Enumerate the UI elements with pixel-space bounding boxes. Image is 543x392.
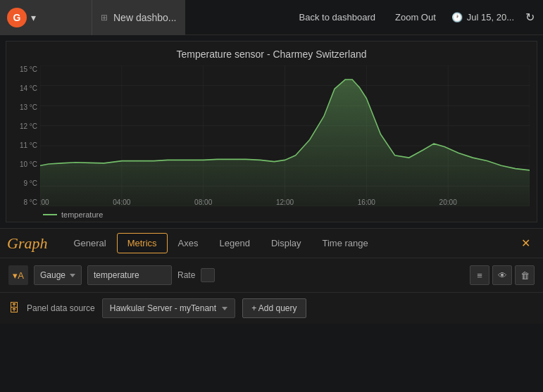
- y-label-14: 14 °C: [13, 84, 37, 92]
- clock-icon: 🕐: [451, 12, 463, 23]
- y-label-9: 9 °C: [13, 179, 37, 187]
- add-query-button[interactable]: + Add query: [242, 298, 306, 318]
- logo-icon: G: [7, 8, 27, 27]
- tab-time-range[interactable]: Time range: [312, 233, 379, 253]
- graph-editor-panel: Graph General Metrics Axes Legend Displa…: [0, 228, 543, 324]
- tab-general[interactable]: General: [63, 233, 116, 253]
- y-label-12: 12 °C: [13, 122, 37, 130]
- eye-icon[interactable]: 👁: [492, 265, 512, 285]
- datasource-dropdown[interactable]: Hawkular Server - myTenant: [102, 298, 235, 318]
- time-display: 🕐 Jul 15, 20...: [451, 12, 514, 23]
- svg-text:00:00: 00:00: [40, 197, 49, 206]
- panel-title: Graph: [7, 234, 47, 253]
- chart-svg: 00:00 04:00 08:00 12:00 16:00 20:00: [40, 65, 530, 206]
- action-icons: ≡ 👁 🗑: [470, 265, 535, 285]
- y-label-10: 10 °C: [13, 160, 37, 168]
- add-query-label: + Add query: [251, 303, 297, 313]
- svg-text:12:00: 12:00: [276, 197, 294, 206]
- y-label-13: 13 °C: [13, 103, 37, 111]
- tab-axes[interactable]: Axes: [168, 233, 209, 253]
- database-icon: 🗄: [8, 302, 20, 315]
- topbar-actions: Back to dashboard Zoom Out 🕐 Jul 15, 20.…: [295, 9, 543, 25]
- dashboard-grid-icon: ⊞: [101, 13, 108, 23]
- back-to-dashboard-button[interactable]: Back to dashboard: [295, 9, 380, 25]
- datasource-name: Hawkular Server - myTenant: [110, 303, 216, 313]
- svg-text:04:00: 04:00: [113, 197, 130, 206]
- y-axis: 15 °C 14 °C 13 °C 12 °C 11 °C 10 °C 9 °C…: [13, 65, 40, 206]
- delete-icon[interactable]: 🗑: [515, 265, 535, 285]
- metric-name-input[interactable]: [87, 265, 172, 285]
- gauge-label: Gauge: [40, 270, 65, 280]
- datasource-row: 🗄 Panel data source Hawkular Server - my…: [0, 292, 543, 324]
- y-label-15: 15 °C: [13, 65, 37, 73]
- close-button[interactable]: ✕: [516, 234, 536, 253]
- rate-label: Rate: [177, 270, 195, 280]
- dashboard-title: ⊞ New dashbo...: [92, 0, 185, 35]
- datasource-dropdown-icon: [222, 307, 227, 310]
- chart-title: Temperature sensor - Charmey Switzerland: [13, 49, 530, 60]
- topbar: G ▾ ⊞ New dashbo... Back to dashboard Zo…: [0, 0, 543, 35]
- collapse-triangle: ▾: [13, 270, 18, 281]
- refresh-button[interactable]: ↻: [525, 11, 535, 24]
- app-logo[interactable]: G ▾: [0, 0, 92, 35]
- time-text: Jul 15, 20...: [467, 12, 514, 23]
- metric-letter-label: A: [18, 270, 24, 281]
- format-icon[interactable]: ≡: [470, 265, 489, 285]
- tab-legend[interactable]: Legend: [209, 233, 261, 253]
- chart-plot: 00:00 04:00 08:00 12:00 16:00 20:00: [40, 65, 530, 206]
- dropdown-caret-icon: ▾: [31, 12, 36, 23]
- chart-container: 15 °C 14 °C 13 °C 12 °C 11 °C 10 °C 9 °C…: [13, 65, 530, 206]
- rate-checkbox[interactable]: [201, 268, 215, 282]
- tab-bar: General Metrics Axes Legend Display Time…: [63, 233, 378, 253]
- gauge-dropdown[interactable]: Gauge: [34, 265, 82, 285]
- svg-text:20:00: 20:00: [439, 197, 457, 206]
- panel-header: Graph General Metrics Axes Legend Displa…: [0, 229, 543, 258]
- svg-text:16:00: 16:00: [358, 197, 375, 206]
- y-label-11: 11 °C: [13, 141, 37, 149]
- panel-datasource-label: Panel data source: [27, 303, 95, 313]
- chart-legend: temperature: [13, 210, 530, 219]
- chart-panel: Temperature sensor - Charmey Switzerland…: [6, 41, 537, 222]
- zoom-out-button[interactable]: Zoom Out: [391, 9, 440, 25]
- tab-display[interactable]: Display: [261, 233, 312, 253]
- legend-label: temperature: [61, 210, 103, 219]
- tab-metrics[interactable]: Metrics: [117, 233, 168, 253]
- svg-text:08:00: 08:00: [194, 197, 212, 206]
- gauge-dropdown-icon: [70, 274, 75, 277]
- dashboard-name: New dashbo...: [113, 12, 177, 23]
- metric-collapse-toggle[interactable]: ▾ A: [8, 265, 28, 285]
- y-label-8: 8 °C: [13, 198, 37, 206]
- metrics-row: ▾ A Gauge Rate ≡ 👁 🗑: [0, 258, 543, 292]
- legend-line: [43, 214, 57, 215]
